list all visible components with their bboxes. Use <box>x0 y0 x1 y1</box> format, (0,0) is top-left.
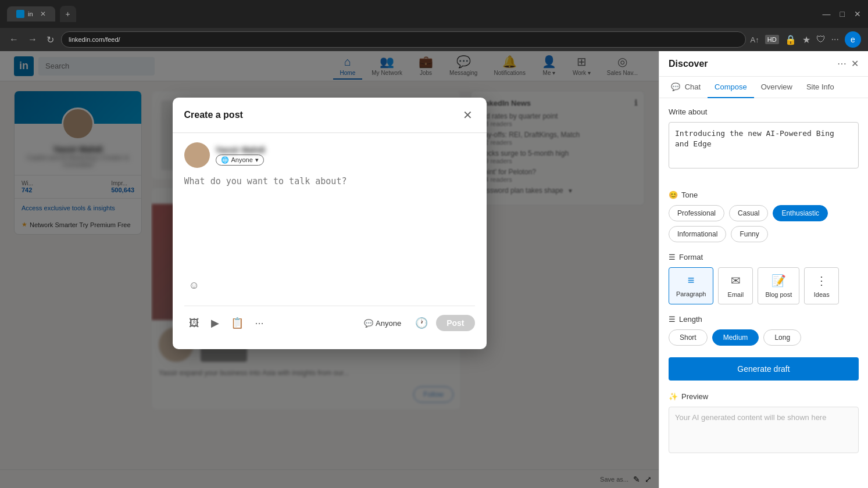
url-input[interactable]: linkedin.com/feed/ <box>61 31 746 48</box>
tab-compose[interactable]: Compose <box>708 77 754 98</box>
generate-draft-button[interactable]: Generate draft <box>669 357 859 381</box>
discover-panel-title: Discover <box>669 59 708 69</box>
comment-icon: 💬 <box>364 319 373 328</box>
length-label-text: Length <box>679 315 702 324</box>
tone-casual[interactable]: Casual <box>729 205 768 221</box>
dialog-overlay: Create a post ✕ Yassir Mahdi 🌐 Anyone ▾ <box>0 51 659 488</box>
format-icon: ☰ <box>669 253 676 261</box>
tone-icon: 😊 <box>669 191 678 199</box>
ideas-icon: ⋮ <box>816 274 827 288</box>
video-button[interactable]: ▶ <box>206 312 224 334</box>
document-button[interactable]: 📋 <box>226 312 248 334</box>
browser-tab-new[interactable]: + <box>60 6 76 22</box>
tab-overview[interactable]: Overview <box>754 77 799 98</box>
browser-tab-linkedin[interactable]: in ✕ <box>7 6 55 21</box>
discover-panel-body: Write about 😊 Tone Professional Casual E… <box>659 98 868 488</box>
length-medium[interactable]: Medium <box>712 329 759 346</box>
format-email-label: Email <box>728 291 744 298</box>
extensions-icon[interactable]: A↑ <box>751 35 759 44</box>
preview-placeholder-text: Your AI generated content will be shown … <box>675 413 826 422</box>
format-email[interactable]: ✉ Email <box>718 267 753 304</box>
tab-site-info[interactable]: Site Info <box>799 77 841 98</box>
post-content-input[interactable] <box>184 175 475 268</box>
discover-more-icon[interactable]: ⋯ <box>837 58 846 69</box>
main-content: in ⌂ Home 👥 My Network 💼 Jobs 💬 Messagin… <box>0 51 659 488</box>
tab-close-icon[interactable]: ✕ <box>40 10 46 18</box>
tone-professional[interactable]: Professional <box>669 205 724 221</box>
email-icon: ✉ <box>731 274 741 288</box>
tone-label-text: Tone <box>681 191 698 199</box>
author-name: Yassir Mahdi <box>216 145 266 155</box>
dialog-header: Create a post ✕ <box>173 98 487 133</box>
overview-tab-label: Overview <box>761 82 792 91</box>
tone-section-label: 😊 Tone <box>669 191 859 199</box>
favorites-icon[interactable]: ★ <box>802 34 810 45</box>
format-paragraph[interactable]: ≡ Paragraph <box>669 267 713 304</box>
dialog-title: Create a post <box>184 110 243 120</box>
maximize-icon[interactable]: □ <box>840 9 845 19</box>
write-about-label: Write about <box>669 107 859 116</box>
write-about-input[interactable] <box>669 122 859 168</box>
format-section-label: ☰ Format <box>669 253 859 261</box>
write-about-section: Write about <box>669 107 859 181</box>
preview-box: Your AI generated content will be shown … <box>669 407 859 453</box>
site-info-tab-label: Site Info <box>806 82 834 91</box>
tab-label: in <box>28 10 33 17</box>
format-ideas-label: Ideas <box>814 291 830 298</box>
anyone-label: Anyone <box>376 319 401 328</box>
lock-icon[interactable]: 🔒 <box>785 34 796 45</box>
refresh-button[interactable]: ↻ <box>44 32 56 48</box>
hd-icon[interactable]: HD <box>765 35 779 44</box>
discover-panel: Discover ⋯ ✕ 💬 Chat Compose Overview Sit… <box>659 51 868 488</box>
length-long[interactable]: Long <box>763 329 801 346</box>
length-short[interactable]: Short <box>669 329 708 346</box>
linkedin-favicon <box>16 10 24 18</box>
author-info: Yassir Mahdi 🌐 Anyone ▾ <box>216 145 266 166</box>
emoji-button[interactable]: ☺ <box>184 275 204 296</box>
tab-chat[interactable]: 💬 Chat <box>664 77 708 98</box>
dialog-close-button[interactable]: ✕ <box>460 106 475 124</box>
dialog-body: Yassir Mahdi 🌐 Anyone ▾ ☺ 🖼 ▶ 📋 <box>173 133 487 349</box>
chevron-down-icon-audience: ▾ <box>255 156 259 164</box>
format-ideas[interactable]: ⋮ Ideas <box>804 267 839 304</box>
blogpost-icon: 📝 <box>771 274 786 288</box>
discover-header-actions: ⋯ ✕ <box>837 58 859 69</box>
chat-tab-icon: 💬 <box>671 82 680 91</box>
post-author-section: Yassir Mahdi 🌐 Anyone ▾ <box>184 142 475 168</box>
tone-informational[interactable]: Informational <box>669 226 726 242</box>
address-bar: ← → ↻ linkedin.com/feed/ A↑ HD 🔒 ★ 🛡 ···… <box>0 28 868 51</box>
minimize-icon[interactable]: — <box>823 9 831 19</box>
post-button[interactable]: Post <box>436 315 474 331</box>
compose-tab-label: Compose <box>715 82 747 91</box>
format-buttons-group: ≡ Paragraph ✉ Email 📝 Blog post ⋮ Ideas <box>669 267 859 304</box>
browser-toolbar-actions: A↑ HD 🔒 ★ 🛡 ··· e <box>751 31 861 48</box>
shield-icon[interactable]: 🛡 <box>816 34 826 45</box>
schedule-button[interactable]: 🕐 <box>412 313 431 333</box>
globe-icon: 🌐 <box>221 156 229 164</box>
tone-funny[interactable]: Funny <box>731 226 767 242</box>
edge-icon[interactable]: e <box>845 31 861 48</box>
tone-enthusiastic[interactable]: Enthusiastic <box>773 205 828 221</box>
browser-chrome: in ✕ + — □ ✕ <box>0 0 868 28</box>
format-paragraph-label: Paragraph <box>676 290 706 297</box>
discover-tabs: 💬 Chat Compose Overview Site Info <box>659 77 868 98</box>
discover-close-icon[interactable]: ✕ <box>851 58 859 69</box>
format-blogpost-label: Blog post <box>765 291 792 298</box>
more-icon[interactable]: ··· <box>831 34 839 45</box>
author-avatar <box>184 142 210 168</box>
format-label-text: Format <box>679 253 703 261</box>
photo-button[interactable]: 🖼 <box>184 313 204 334</box>
dialog-actions: 💬 Anyone 🕐 Post <box>358 313 474 333</box>
audience-label: Anyone <box>231 156 253 163</box>
format-blogpost[interactable]: 📝 Blog post <box>758 267 799 304</box>
length-section-label: ☰ Length <box>669 315 859 324</box>
forward-button[interactable]: → <box>26 32 40 47</box>
audience-selector[interactable]: 🌐 Anyone ▾ <box>216 155 264 166</box>
preview-section: ✨ Preview Your AI generated content will… <box>669 392 859 453</box>
comment-anyone-button[interactable]: 💬 Anyone <box>358 315 407 331</box>
back-button[interactable]: ← <box>7 32 21 47</box>
close-icon[interactable]: ✕ <box>854 9 861 19</box>
discover-panel-header: Discover ⋯ ✕ <box>659 51 868 77</box>
browser-window-controls: — □ ✕ <box>823 9 861 19</box>
more-options-button[interactable]: ··· <box>251 313 269 334</box>
